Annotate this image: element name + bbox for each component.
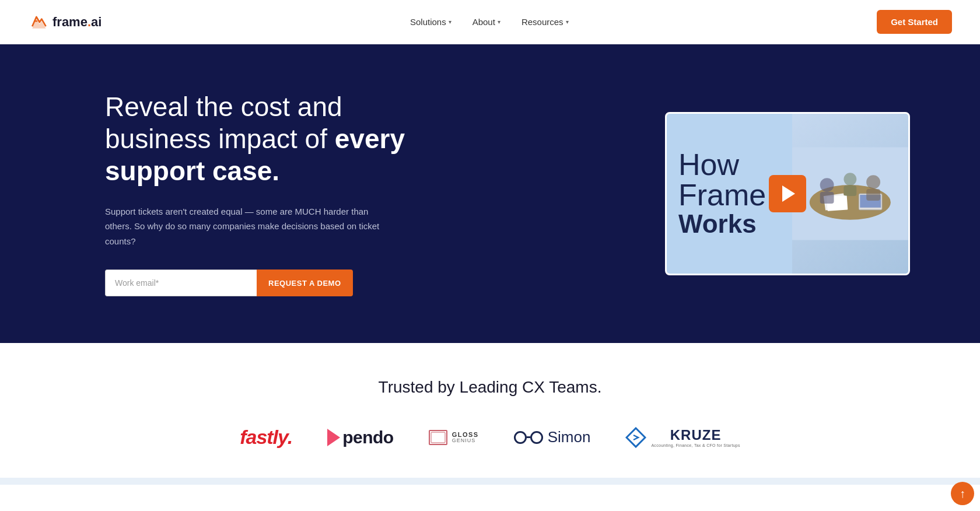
logos-row: fastly. pendo GLOSS GENIUS (35, 426, 945, 449)
svg-point-7 (820, 178, 834, 192)
navbar: frame.ai Solutions ▾ About ▾ Resources ▾… (0, 0, 980, 44)
video-card[interactable]: How Frame Works (665, 112, 910, 275)
pendo-logo-text: pendo (342, 428, 394, 447)
nav-about[interactable]: About ▾ (473, 17, 501, 27)
nav-links: Solutions ▾ About ▾ Resources ▾ (410, 17, 569, 27)
hero-content: Reveal the cost and business impact of e… (105, 91, 455, 296)
play-button[interactable] (769, 175, 806, 212)
kruze-text-group: KRUZE Accounting, Finance, Tax & CFO for… (651, 427, 740, 447)
logo-icon (28, 12, 49, 33)
fastly-logo-text: fastly. (240, 426, 292, 449)
svg-point-9 (866, 175, 880, 189)
svg-rect-14 (429, 430, 447, 444)
trusted-section: Trusted by Leading CX Teams. fastly. pen… (0, 343, 980, 478)
svg-rect-12 (844, 186, 857, 196)
simon-logo-text: Simon (548, 428, 591, 446)
nav-solutions[interactable]: Solutions ▾ (410, 17, 452, 27)
get-started-button[interactable]: Get Started (877, 10, 952, 34)
video-title-works: Works (678, 210, 788, 238)
kruze-main-text: KRUZE (651, 427, 740, 443)
hero-section: Reveal the cost and business impact of e… (0, 44, 980, 343)
pendo-logo: pendo (327, 428, 394, 447)
request-demo-button[interactable]: REQUEST A DEMO (257, 270, 353, 296)
gloss-text: GLOSS (452, 432, 479, 438)
simon-logo: Simon (514, 428, 591, 446)
kruze-logo: KRUZE Accounting, Finance, Tax & CFO for… (625, 427, 740, 448)
trusted-title: Trusted by Leading CX Teams. (35, 378, 945, 397)
hero-form: REQUEST A DEMO (105, 270, 455, 296)
hero-subtitle: Support tickets aren't created equal — s… (105, 204, 397, 249)
glossgenius-logo: GLOSS GENIUS (429, 430, 479, 445)
svg-marker-16 (626, 428, 645, 447)
kruze-icon (625, 427, 646, 448)
svg-point-11 (844, 173, 857, 186)
video-right-panel (792, 114, 908, 274)
svg-rect-8 (820, 192, 834, 204)
pendo-icon (327, 429, 340, 446)
about-chevron-icon: ▾ (498, 19, 501, 25)
simon-glasses-icon (514, 431, 543, 444)
hero-title: Reveal the cost and business impact of e… (105, 91, 455, 188)
nav-right: Get Started (877, 10, 952, 34)
logo[interactable]: frame.ai (28, 12, 102, 33)
email-input[interactable] (105, 270, 257, 296)
meeting-image (792, 114, 908, 274)
svg-rect-10 (866, 189, 880, 201)
bottom-bar (0, 478, 980, 485)
glossgenius-icon (429, 430, 447, 445)
resources-chevron-icon: ▾ (566, 19, 569, 25)
genius-text: GENIUS (452, 438, 476, 443)
svg-rect-15 (431, 432, 445, 443)
nav-resources[interactable]: Resources ▾ (522, 17, 569, 27)
kruze-sub-text: Accounting, Finance, Tax & CFO for Start… (651, 443, 740, 447)
fastly-logo: fastly. (240, 426, 292, 449)
solutions-chevron-icon: ▾ (449, 19, 452, 25)
svg-marker-13 (327, 429, 340, 446)
play-icon (782, 186, 795, 202)
logo-text: frame.ai (52, 15, 102, 30)
